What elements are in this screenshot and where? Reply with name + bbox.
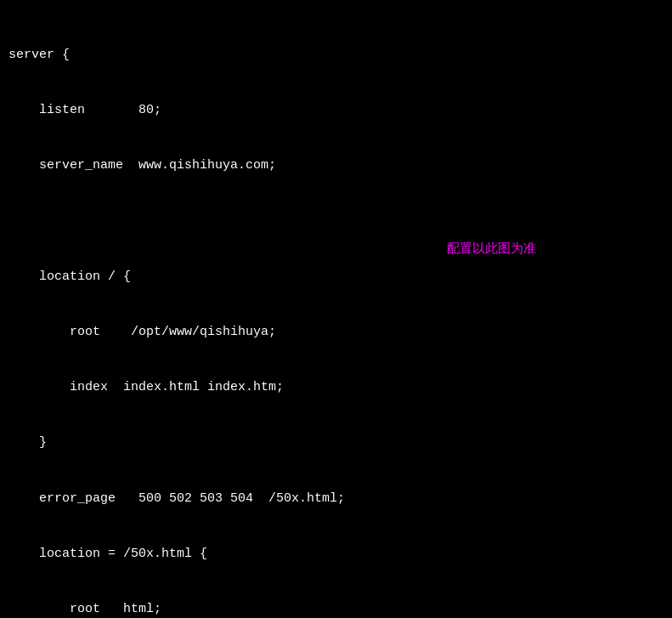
code-line-2: listen 80; bbox=[8, 101, 672, 120]
code-line-1: server { bbox=[8, 46, 672, 65]
code-line-4 bbox=[8, 212, 672, 230]
code-editor: server { listen 80; server_name www.qish… bbox=[0, 0, 672, 618]
annotation-text: 配置以此图为准 bbox=[447, 241, 536, 259]
code-line-7: index index.html index.htm; bbox=[8, 378, 672, 397]
code-line-9: error_page 500 502 503 504 /50x.html; bbox=[8, 490, 672, 508]
code-line-10: location = /50x.html { bbox=[8, 545, 672, 564]
code-line-6: root /opt/www/qishihuya; bbox=[8, 323, 672, 342]
code-line-8: } bbox=[8, 434, 672, 452]
code-line-3: server_name www.qishihuya.com; bbox=[8, 156, 672, 175]
code-line-5: location / { bbox=[8, 268, 672, 286]
code-line-11: root html; bbox=[8, 600, 672, 618]
